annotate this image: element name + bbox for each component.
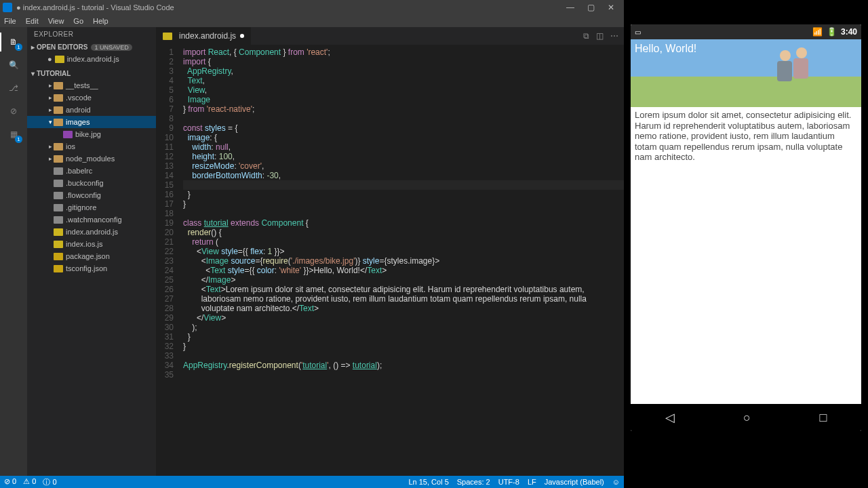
app-drawer-icon: ▭	[635, 28, 641, 36]
tree-item[interactable]: .watchmanconfig	[27, 214, 156, 226]
menu-file[interactable]: File	[4, 17, 16, 25]
tree-item[interactable]: .flowconfig	[27, 189, 156, 201]
extensions-icon[interactable]: ▦1	[7, 127, 20, 141]
menu-view[interactable]: View	[48, 17, 64, 25]
menu-help[interactable]: Help	[93, 17, 108, 25]
app-hero-image: Hello, World!	[631, 39, 861, 107]
battery-icon: 🔋	[827, 27, 837, 37]
android-nav-bar: ◁ ○ □	[631, 404, 861, 431]
tree-item[interactable]: bike.jpg	[27, 128, 156, 140]
dirty-indicator-icon	[240, 34, 244, 38]
tree-item[interactable]: ▸node_modules	[27, 152, 156, 165]
tree-item[interactable]: ▸.vscode	[27, 92, 156, 104]
hero-title: Hello, World!	[631, 39, 701, 58]
tree-item[interactable]: .gitignore	[27, 201, 156, 214]
tree-item[interactable]: .buckconfig	[27, 177, 156, 189]
tree-item[interactable]: package.json	[27, 250, 156, 262]
status-cursor-pos[interactable]: Ln 15, Col 5	[408, 478, 448, 486]
menu-edit[interactable]: Edit	[26, 17, 39, 25]
tree-item[interactable]: ▾images	[27, 116, 156, 128]
status-lang[interactable]: Javascript (Babel)	[545, 478, 604, 486]
line-gutter: 1234567891011121314151617181920212223242…	[156, 45, 183, 476]
window-title: ● index.android.js - tutorial - Visual S…	[16, 3, 174, 12]
debug-icon[interactable]: ⊘	[7, 104, 20, 118]
open-editor-item[interactable]: ●index.android.js	[27, 53, 156, 65]
android-emulator: ▭ 📶 🔋 3:40 Hello, World! Lorem ipsum dol…	[631, 24, 861, 431]
tab-bar-actions: ⧉ ◫ ⋯	[578, 27, 624, 45]
search-icon[interactable]: 🔍	[7, 58, 20, 72]
tree-item[interactable]: .babelrc	[27, 165, 156, 177]
editor-group: index.android.js ⧉ ◫ ⋯ 12345678910111213…	[156, 27, 624, 476]
maximize-button[interactable]: ▢	[580, 3, 601, 12]
explorer-icon[interactable]: 🗎1	[7, 35, 20, 49]
split-editor-icon[interactable]: ◫	[596, 31, 604, 41]
app-lorem-text: Lorem ipsum dolor sit amet, consectetur …	[631, 107, 861, 165]
code-content[interactable]: import React, { Component } from 'react'…	[183, 45, 624, 476]
close-button[interactable]: ✕	[601, 3, 621, 12]
open-editors-header[interactable]: ▸OPEN EDITORS 1 UNSAVED	[27, 41, 156, 53]
window-titlebar[interactable]: ● index.android.js - tutorial - Visual S…	[0, 0, 624, 15]
clock: 3:40	[841, 27, 857, 37]
compare-icon[interactable]: ⧉	[583, 31, 589, 41]
feedback-icon[interactable]: ☺	[612, 478, 620, 486]
status-info[interactable]: ⓘ 0	[43, 477, 56, 487]
vscode-window: ● index.android.js - tutorial - Visual S…	[0, 0, 624, 488]
tab-bar: index.android.js ⧉ ◫ ⋯	[156, 27, 624, 45]
signal-icon: 📶	[812, 27, 823, 37]
menu-bar: File Edit View Go Help	[0, 15, 624, 27]
back-button[interactable]: ◁	[665, 410, 675, 425]
more-icon[interactable]: ⋯	[610, 31, 618, 41]
status-eol[interactable]: LF	[528, 478, 536, 486]
tree-item[interactable]: ▸android	[27, 104, 156, 116]
menu-go[interactable]: Go	[73, 17, 83, 25]
tree-item[interactable]: index.ios.js	[27, 238, 156, 250]
sidebar-title: EXPLORER	[27, 27, 156, 41]
minimize-button[interactable]: —	[560, 3, 580, 12]
project-header[interactable]: ▾TUTORIAL	[27, 68, 156, 79]
sidebar-explorer: EXPLORER ▸OPEN EDITORS 1 UNSAVED ●index.…	[27, 27, 156, 476]
git-icon[interactable]: ⎇	[7, 81, 20, 95]
tree-item[interactable]: tsconfig.json	[27, 262, 156, 274]
tab-index-android[interactable]: index.android.js	[156, 27, 251, 45]
tree-item[interactable]: ▸__tests__	[27, 79, 156, 92]
code-editor[interactable]: 1234567891011121314151617181920212223242…	[156, 45, 624, 476]
status-spaces[interactable]: Spaces: 2	[457, 478, 490, 486]
app-icon	[3, 3, 12, 12]
status-bar: ⊘ 0 ⚠ 0 ⓘ 0 Ln 15, Col 5 Spaces: 2 UTF-8…	[0, 476, 624, 488]
image-subject	[766, 46, 827, 100]
js-icon	[163, 33, 172, 40]
file-tree: ▸__tests__▸.vscode▸android▾imagesbike.jp…	[27, 79, 156, 277]
home-button[interactable]: ○	[743, 411, 751, 425]
tree-item[interactable]: index.android.js	[27, 226, 156, 238]
tree-item[interactable]: ▸ios	[27, 140, 156, 152]
emulator-status-bar: ▭ 📶 🔋 3:40	[631, 24, 861, 39]
status-encoding[interactable]: UTF-8	[498, 478, 519, 486]
recents-button[interactable]: □	[819, 411, 827, 425]
activity-bar: 🗎1 🔍 ⎇ ⊘ ▦1	[0, 27, 27, 476]
status-errors[interactable]: ⊘ 0	[4, 477, 16, 487]
status-warnings[interactable]: ⚠ 0	[23, 477, 36, 487]
